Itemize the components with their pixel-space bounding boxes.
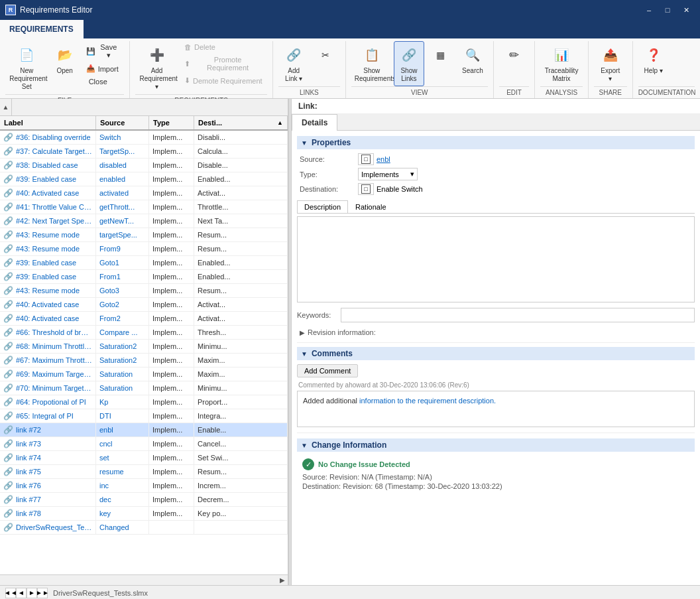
table-row[interactable]: 🔗 #43: Resume mode targetSpe... Implem..… <box>0 228 288 242</box>
table-row[interactable]: 🔗 #70: Minimum Target Speed Saturation I… <box>0 381 288 395</box>
nav-prev-button[interactable]: ◄ <box>16 588 27 598</box>
show-requirements-button[interactable]: 📋 ShowRequirements <box>351 41 392 86</box>
add-comment-button[interactable]: Add Comment <box>297 364 358 377</box>
table-row[interactable]: 🔗 DriverSwRequest_Tests.slmx Changed <box>0 521 288 535</box>
row-type: Implem... <box>152 468 182 476</box>
table-row[interactable]: 🔗 #67: Maximum Throttle Value Saturation… <box>0 354 288 367</box>
table-row[interactable]: 🔗 link #77 dec Implem... Decrem... <box>0 493 288 507</box>
table-row[interactable]: 🔗 #36: Disabling override Switch Implem.… <box>0 131 288 145</box>
row-source-cell: From1 <box>96 270 149 283</box>
row-type-cell: Implem... <box>149 437 194 450</box>
table-row[interactable]: 🔗 #41: Throttle Value Computation getThr… <box>0 200 288 214</box>
comments-section-header[interactable]: ▼ Comments <box>297 347 695 360</box>
close-button[interactable]: ✕ <box>677 3 695 17</box>
new-req-set-button[interactable]: 📄 NewRequirementSet <box>5 41 48 94</box>
table-row[interactable]: 🔗 #38: Disabled case disabled Implem... … <box>0 159 288 172</box>
scroll-right-icon[interactable]: ▶ <box>280 576 285 584</box>
row-dest-cell: Minimu... <box>194 381 288 395</box>
table-row[interactable]: 🔗 link #76 inc Implem... Increm... <box>0 479 288 493</box>
row-label-cell: 🔗 #39: Enabled case <box>0 270 96 283</box>
description-area[interactable] <box>297 216 695 302</box>
row-dest-cell: Throttle... <box>194 200 288 214</box>
table-row[interactable]: 🔗 #42: Next Target Speed Computation get… <box>0 214 288 228</box>
table-row[interactable]: 🔗 #39: Enabled case From1 Implem... Enab… <box>0 270 288 284</box>
row-dest: Resum... <box>198 287 227 295</box>
traceability-matrix-button[interactable]: 📊 TraceabilityMatrix <box>540 41 583 86</box>
row-dest-cell: Calcula... <box>194 145 288 158</box>
row-label: #39: Enabled case <box>16 175 76 183</box>
table-row[interactable]: 🔗 #65: Integral of PI DTI Implem... Inte… <box>0 409 288 423</box>
row-source: disabled <box>99 161 127 169</box>
minimize-button[interactable]: – <box>640 3 658 17</box>
tab-rationale[interactable]: Rationale <box>348 200 393 213</box>
link-icon: 🔗 <box>3 425 13 434</box>
nav-last-button[interactable]: ►► <box>37 588 48 598</box>
table-row[interactable]: 🔗 link #78 key Implem... Key po... <box>0 507 288 521</box>
table-row[interactable]: 🔗 #40: Activated case activated Implem..… <box>0 186 288 200</box>
column-chooser-button[interactable]: ▦ <box>426 41 456 69</box>
table-row[interactable]: 🔗 link #75 resume Implem... Resum... <box>0 465 288 479</box>
tab-description[interactable]: Description <box>297 200 348 213</box>
table-row[interactable]: 🔗 #69: Maximum Target Speed Saturation I… <box>0 367 288 381</box>
properties-section-header[interactable]: ▼ Properties <box>297 136 695 149</box>
row-type-cell: Implem... <box>149 131 194 144</box>
table-row[interactable]: 🔗 #64: Propotional of PI Kp Implem... Pr… <box>0 395 288 409</box>
table-row[interactable]: 🔗 #40: Activated case From2 Implem... Ac… <box>0 312 288 326</box>
table-row[interactable]: 🔗 #39: Enabled case Goto1 Implem... Enab… <box>0 256 288 270</box>
tab-details[interactable]: Details <box>292 114 337 131</box>
close-button-ribbon[interactable]: Close <box>82 76 124 88</box>
row-type: Implem... <box>152 147 182 155</box>
import-button[interactable]: 📥 Import <box>82 62 124 75</box>
ribbon-group-file: 📄 NewRequirementSet 📂 Open 💾 Save ▾ 📥 Im… <box>0 41 130 98</box>
row-source-cell: Saturation <box>96 381 149 395</box>
show-links-button[interactable]: 🔗 ShowLinks <box>394 41 424 86</box>
table-row[interactable]: 🔗 #37: Calculate Target Speed and Thrott… <box>0 145 288 159</box>
maximize-button[interactable]: □ <box>659 3 676 17</box>
row-dest: Enable... <box>198 426 226 434</box>
demote-requirement-button[interactable]: ⬇ Demote Requirement <box>180 74 267 87</box>
row-type-cell: Implem... <box>149 493 194 506</box>
search-button[interactable]: 🔍 Search <box>457 41 488 78</box>
right-panel-body: ▼ Properties Source: □ enbl Type: Implem… <box>292 131 700 585</box>
add-link-button[interactable]: 🔗 AddLink ▾ <box>278 41 309 86</box>
type-dropdown[interactable]: Implements ▾ <box>358 168 418 180</box>
change-info-section-header[interactable]: ▼ Change Information <box>297 438 695 452</box>
row-label: #65: Integral of PI <box>16 412 74 420</box>
table-row[interactable]: 🔗 #39: Enabled case enabled Implem... En… <box>0 172 288 186</box>
import-icon: 📥 <box>86 64 95 73</box>
source-value: □ enbl <box>358 153 692 165</box>
link-icon: 🔗 <box>3 258 13 267</box>
delete-button[interactable]: 🗑 Delete <box>180 41 267 53</box>
edit-button[interactable]: ✏ <box>499 41 530 69</box>
help-button[interactable]: ❓ Help ▾ <box>638 41 669 78</box>
row-source: From2 <box>99 314 121 322</box>
table-row[interactable]: 🔗 #68: Minimum Throttle Value Saturation… <box>0 340 288 354</box>
promote-requirement-button[interactable]: ⬆ Promote Requirement <box>180 54 267 74</box>
keywords-input[interactable] <box>341 308 695 322</box>
panel-collapse-button[interactable]: ▲ <box>0 99 12 115</box>
source-label: Source: <box>300 153 353 165</box>
table-row[interactable]: 🔗 #43: Resume mode From9 Implem... Resum… <box>0 242 288 256</box>
table-row[interactable]: 🔗 #40: Activated case Goto2 Implem... Ac… <box>0 298 288 312</box>
window-controls: – □ ✕ <box>640 3 695 17</box>
show-req-icon: 📋 <box>361 44 382 66</box>
table-row[interactable]: 🔗 link #73 cncl Implem... Cancel... <box>0 437 288 451</box>
revision-row[interactable]: ▶ Revision information: <box>297 326 695 338</box>
table-body: 🔗 #36: Disabling override Switch Implem.… <box>0 131 288 574</box>
nav-first-button[interactable]: ◄◄ <box>5 588 16 598</box>
bottom-row: ▶ <box>0 574 288 585</box>
add-requirement-button[interactable]: ➕ AddRequirement ▾ <box>135 41 178 94</box>
row-label-cell: 🔗 link #77 <box>0 493 96 506</box>
save-button[interactable]: 💾 Save ▾ <box>82 41 124 62</box>
source-link[interactable]: enbl <box>377 155 390 163</box>
table-row[interactable]: 🔗 #66: Threshold of brake pressure Compa… <box>0 326 288 340</box>
export-button[interactable]: 📤 Export ▾ <box>594 41 627 86</box>
change-status-text: No Change Issue Detected <box>318 460 410 468</box>
help-icon: ❓ <box>643 44 664 66</box>
table-row[interactable]: 🔗 link #72 enbl Implem... Enable... <box>0 423 288 437</box>
remove-link-button[interactable]: ✂ <box>310 41 341 69</box>
table-row[interactable]: 🔗 #43: Resume mode Goto3 Implem... Resum… <box>0 284 288 298</box>
table-row[interactable]: 🔗 link #74 set Implem... Set Swi... <box>0 451 288 465</box>
open-button[interactable]: 📂 Open <box>50 41 80 78</box>
ribbon-tab-requirements[interactable]: REQUIREMENTS <box>0 20 84 38</box>
